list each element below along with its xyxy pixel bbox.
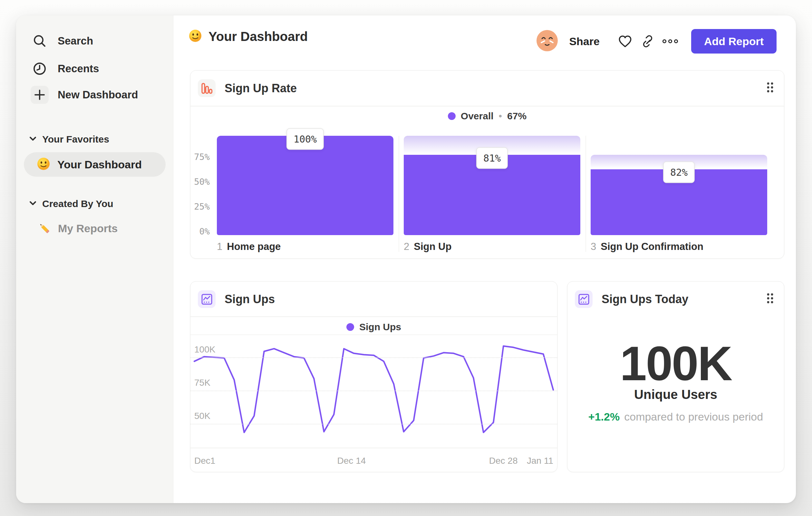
sidebar-section-created-by-you[interactable]: Created By You (29, 197, 113, 211)
pencil-emoji (37, 221, 51, 236)
screen: Search Recents New Dashboard Your Favori… (0, 0, 812, 516)
card-header: Sign Ups Today (568, 281, 784, 317)
y-axis-label: 100K (194, 345, 215, 355)
clock-icon (31, 60, 49, 78)
top-bar: Your Dashboard Share (173, 16, 796, 67)
sidebar-item-label: Your Dashboard (57, 158, 142, 171)
line-chart-icon (198, 290, 215, 308)
divider (191, 106, 784, 106)
sidebar-item-label: New Dashboard (58, 89, 138, 101)
favorite-heart-icon[interactable] (614, 29, 636, 54)
funnel-value-chip: 100% (286, 128, 324, 150)
metric-value: 100K (568, 336, 784, 391)
sidebar-item-new-dashboard[interactable]: New Dashboard (16, 84, 138, 105)
funnel-chart-icon (198, 79, 215, 97)
line-legend[interactable]: Sign Ups (191, 322, 557, 332)
step-number: 3 (591, 241, 596, 252)
add-report-button[interactable]: Add Report (691, 29, 777, 54)
y-axis-label: 75K (194, 378, 210, 388)
funnel-y-tick: 0% (187, 226, 210, 236)
sidebar-item-label: Recents (58, 62, 99, 75)
funnel-y-tick: 50% (187, 177, 210, 187)
sidebar-item-my-reports[interactable]: My Reports (24, 216, 118, 241)
funnel-column-separator (585, 136, 586, 252)
x-axis-label: Dec 14 (337, 456, 366, 466)
step-label: Home page (227, 241, 281, 252)
sidebar-section-your-favorites[interactable]: Your Favorites (29, 132, 109, 146)
legend-label: Overall (461, 111, 494, 121)
sidebar: Search Recents New Dashboard Your Favori… (16, 16, 173, 503)
smiley-emoji (188, 29, 202, 44)
signups-line-chart (191, 336, 557, 458)
funnel-value-chip: 82% (663, 162, 695, 183)
divider (191, 334, 557, 335)
legend-separator: • (499, 111, 502, 121)
divider (191, 316, 557, 317)
plus-icon (31, 86, 49, 104)
smiley-emoji (37, 157, 50, 172)
delta-value: +1.2% (588, 411, 620, 423)
funnel-step-label: 2Sign Up (404, 241, 452, 252)
step-label: Sign Up Confirmation (601, 241, 703, 252)
funnel-legend[interactable]: Overall • 67% (191, 111, 784, 121)
funnel-step-label: 1Home page (217, 241, 281, 252)
sidebar-item-label: Search (58, 35, 93, 47)
more-options-icon[interactable] (659, 29, 682, 54)
x-axis-label: Dec1 (194, 456, 215, 466)
funnel-bar-1[interactable] (217, 136, 394, 235)
card-header: Sign Ups (191, 281, 557, 317)
sign-ups-today-card: Sign Ups Today 100K Unique Users +1.2%co… (567, 281, 784, 472)
funnel-value-chip: 81% (476, 147, 508, 169)
drag-handle-icon[interactable] (766, 292, 774, 306)
signups-line-series[interactable] (194, 346, 553, 432)
metric-label: Unique Users (568, 387, 784, 402)
x-axis-label: Dec 28 (489, 456, 518, 466)
gridline (191, 357, 557, 358)
gridline (191, 424, 557, 425)
card-title: Sign Ups Today (602, 293, 688, 306)
funnel-y-tick: 25% (187, 201, 210, 212)
step-number: 1 (217, 241, 222, 252)
section-label: Your Favorites (42, 134, 109, 145)
chevron-down-icon (29, 201, 36, 207)
delta-caption: compared to previous period (624, 411, 763, 423)
y-axis-label: 50K (194, 411, 210, 421)
funnel-bar-fill (217, 136, 394, 235)
funnel-step-label: 3Sign Up Confirmation (591, 241, 703, 252)
search-icon (31, 32, 49, 50)
copy-link-icon[interactable] (636, 29, 659, 54)
sidebar-item-search[interactable]: Search (16, 30, 93, 52)
metric-delta-row: +1.2%compared to previous period (568, 411, 784, 423)
card-title: Sign Up Rate (225, 82, 297, 95)
section-label: Created By You (42, 198, 113, 209)
funnel-bar-3[interactable] (591, 136, 767, 235)
sign-up-rate-card: Sign Up Rate Overall • 67% 75%50%25%0% 1… (190, 70, 784, 259)
funnel-column-separator (399, 136, 399, 252)
legend-value: 67% (507, 111, 526, 121)
sidebar-item-your-dashboard[interactable]: Your Dashboard (24, 152, 166, 177)
legend-dot (448, 112, 456, 120)
line-chart-icon (575, 290, 592, 308)
share-button[interactable]: Share (569, 35, 600, 48)
sign-ups-card: Sign Ups Sign Ups 100K75K50KDec1Dec 14De… (190, 281, 557, 472)
x-axis-label: Jan 11 (527, 456, 553, 466)
sidebar-item-label: My Reports (58, 222, 118, 235)
page-title: Your Dashboard (208, 29, 308, 44)
drag-handle-icon[interactable] (766, 81, 774, 95)
app-window: Search Recents New Dashboard Your Favori… (16, 16, 796, 503)
card-header: Sign Up Rate (191, 71, 784, 106)
avatar[interactable] (536, 30, 558, 53)
step-label: Sign Up (414, 241, 452, 252)
sidebar-item-recents[interactable]: Recents (16, 58, 99, 79)
chevron-down-icon (29, 136, 36, 142)
step-number: 2 (404, 241, 409, 252)
gridline (191, 390, 557, 391)
legend-dot (346, 323, 354, 331)
funnel-y-tick: 75% (187, 152, 210, 162)
card-title: Sign Ups (225, 293, 275, 306)
legend-label: Sign Ups (359, 322, 401, 332)
